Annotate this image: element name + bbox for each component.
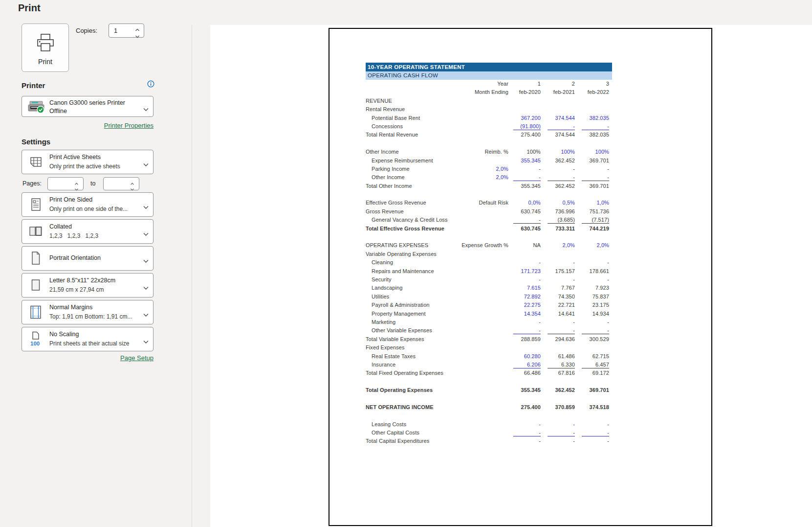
panel-divider [192,25,192,527]
row-label: REVENUE [366,97,452,105]
sheet-row: Gross Revenue630.745736.996751.736 [366,207,612,216]
printer-properties-link[interactable]: Printer Properties [22,122,154,129]
row-label: Other Capital Costs [366,429,452,437]
settings-dropdown-letter[interactable]: Letter 8.5"x11" 22x28cm21,59 cm x 27,94 … [22,273,154,298]
row-value-year1: 630.745 [508,207,541,216]
page-title: Print [18,2,41,14]
print-button-label: Print [38,58,52,66]
sheet-row: Real Estate Taxes60.28061.48662.715 [366,352,612,361]
row-label: Property Management [366,310,452,318]
printer-status: Offline [49,108,67,115]
row-value-year1: 355.345 [508,157,541,165]
row-value-year1: 1 [508,80,541,88]
row-value-year2: 374.544 [541,114,575,122]
settings-dropdown-margins[interactable]: Normal MarginsTop: 1,91 cm Bottom: 1,91 … [22,300,154,324]
sheet-row: Total Capital Expenditures--- [366,437,612,445]
sheet-row: Landscaping7.6157.7677.923 [366,284,612,292]
settings-dropdown-active-sheets[interactable]: Print Active SheetsOnly print the active… [22,150,154,174]
print-backstage: Print Print Copies: 1 Printer [0,0,812,527]
row-value-year1: - [508,429,541,437]
sheet-row: Fixed Expenses [366,344,612,352]
row-value-year2: 7.767 [541,284,575,292]
dropdown-title: Portrait Orientation [49,254,101,261]
row-value-year1: 14.354 [508,310,541,318]
dropdown-title: Print One Sided [49,196,92,203]
settings-dropdown-no-scaling[interactable]: 100No ScalingPrint sheets at their actua… [22,327,154,351]
pages-to-decrement-icon[interactable] [130,184,137,189]
row-label: Concessions [366,122,452,131]
row-value-year1: 66.486 [508,369,541,377]
row-label: Landscaping [366,284,452,292]
row-parameter: Reimb. % [452,148,508,156]
row-parameter: Year [452,80,508,88]
pages-from-input[interactable] [47,177,84,190]
row-value-year2: - [541,258,575,267]
print-button[interactable]: Print [22,23,69,72]
sheet-row: Potential Base Rent367.200374.544382.035 [366,114,612,122]
dropdown-title: Collated [49,223,72,230]
settings-dropdown-one-sided[interactable]: Print One SidedOnly print on one side of… [22,192,154,217]
info-icon[interactable] [147,80,154,88]
printer-name: Canon G3000 series Printer [49,99,125,106]
row-label: Fixed Expenses [366,344,452,352]
pages-to-label: to [90,180,95,187]
chevron-down-icon [143,203,149,211]
page-setup-link[interactable]: Page Setup [22,354,154,362]
row-value-year1 [508,250,541,258]
row-value-year1: 100% [508,148,541,156]
row-label: Repairs and Maintenance [366,267,452,275]
row-label: Security [366,275,452,284]
row-value-year1: 630.745 [508,225,541,233]
dropdown-subtitle: Top: 1,91 cm Bottom: 1,91 cm... [49,313,132,320]
row-value-year1: 275.400 [508,131,541,139]
copies-decrement-icon[interactable] [135,31,142,36]
operating-statement-sheet: 10-YEAR OPERATING STATEMENT OPERATING CA… [366,63,612,446]
sheet-row: Year123 [366,80,612,88]
row-value-year2: - [541,326,575,335]
sheet-row: NET OPERATING INCOME275.400370.859374.51… [366,403,612,412]
sheet-row: Rental Revenue [366,105,612,114]
row-value-year3: 300.529 [575,335,609,344]
sheet-row: Repairs and Maintenance171.723175.157178… [366,267,612,275]
row-value-year2: 370.859 [541,403,575,412]
row-value-year1: NA [508,241,541,250]
row-value-year1: 288.859 [508,335,541,344]
pages-from-decrement-icon[interactable] [74,184,81,189]
row-label: Leasing Costs [366,420,452,429]
row-label: Payroll & Administration [366,301,452,309]
row-label: Other Variable Expenses [366,326,452,335]
chevron-down-icon [143,310,149,319]
sheet-row: Concessions(91.800)-- [366,122,612,131]
settings-section-heading: Settings [22,137,50,146]
chevron-down-icon [143,337,149,346]
printer-select[interactable]: Canon G3000 series Printer Offline [22,96,154,117]
row-label: Total Variable Expenses [366,335,452,344]
pages-from-increment-icon[interactable] [74,179,81,183]
row-value-year1: feb-2020 [508,88,541,96]
pages-to-input[interactable] [103,177,139,190]
active-sheets-icon [26,153,45,171]
row-label: Total Other Income [366,182,452,190]
settings-dropdown-collated[interactable]: Collated1,2,3 1,2,3 1,2,3 [22,219,154,244]
row-value-year3: 7.923 [575,284,609,292]
row-value-year3: 369.701 [575,182,609,190]
copies-increment-icon[interactable] [135,25,142,30]
chevron-down-icon [143,105,149,114]
row-value-year2: - [541,122,575,131]
row-value-year1: (91.800) [508,122,541,131]
row-value-year3: 369.701 [575,157,609,165]
sheet-row: Total Other Income355.345362.452369.701 [366,182,612,190]
pages-to-increment-icon[interactable] [130,179,137,183]
no-scaling-icon: 100 [26,330,45,348]
canon-printer-icon [27,98,46,117]
sheet-row: Payroll & Administration22.27522.72123.1… [366,301,612,309]
row-value-year2 [541,105,575,114]
sheet-row: OPERATING EXPENSESExpense Growth %NA2,0%… [366,241,612,250]
sheet-row: Parking Income2,0%--- [366,165,612,173]
settings-dropdown-portrait[interactable]: Portrait Orientation [22,246,154,271]
copies-stepper[interactable]: 1 [109,23,144,38]
sheet-row [366,412,612,420]
row-value-year2: (3.685) [541,216,575,224]
row-label: NET OPERATING INCOME [366,403,452,412]
sheet-row: Other Income2,0%--- [366,173,612,182]
